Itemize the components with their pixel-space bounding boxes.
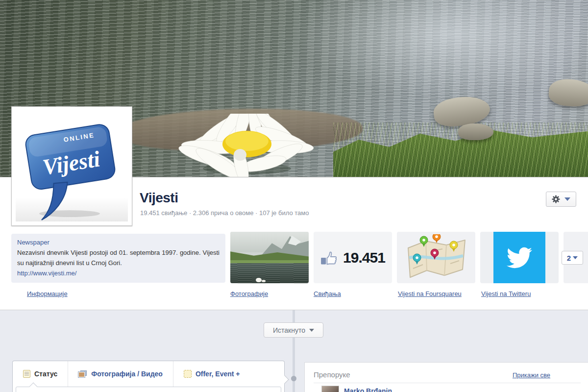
chevron-down-icon xyxy=(573,256,578,259)
tab-status-label: Статус xyxy=(34,370,57,378)
rock xyxy=(458,123,493,140)
photo-stack-icon xyxy=(78,370,87,378)
tab-photo-video[interactable]: Фотографија / Видео xyxy=(68,367,173,381)
avatar xyxy=(321,386,339,392)
tab-photo-label: Фотографија / Видео xyxy=(91,370,163,378)
likes-count: 19.451 xyxy=(343,249,385,266)
thumb-lake xyxy=(230,263,309,283)
status-input[interactable] xyxy=(16,387,281,392)
show-all-link[interactable]: Прикажи све xyxy=(513,371,550,379)
daisy-flower xyxy=(172,114,319,177)
tab-status[interactable]: Статус xyxy=(13,367,68,381)
foursquare-app-box[interactable] xyxy=(397,232,475,283)
gear-icon xyxy=(552,195,560,203)
foursquare-map-icon xyxy=(403,234,469,281)
about-description: Nezavisni dnevnik Vijesti postoji od 01.… xyxy=(17,247,220,268)
divider xyxy=(314,383,581,383)
tab-offer-label: Offer, Event + xyxy=(196,370,240,378)
likes-app-label[interactable]: Свиђања xyxy=(314,290,341,297)
category-link[interactable]: Newspaper xyxy=(17,239,49,246)
twitter-app-label[interactable]: Vijesti na Twitteru xyxy=(481,290,531,297)
recommendations-title: Препоруке xyxy=(314,370,350,379)
foursquare-app-label[interactable]: Vijesti na Foursquareu xyxy=(398,290,462,297)
recommendation-user-name[interactable]: Marko Brđanin xyxy=(344,386,392,392)
website-link[interactable]: http://www.vijesti.me/ xyxy=(17,270,76,277)
recommendation-item[interactable]: Marko Brđanin xyxy=(321,386,392,392)
twitter-app-box[interactable] xyxy=(480,232,559,283)
vijesti-logo: ONLINE Vijesti xyxy=(16,111,128,221)
photos-app-box[interactable] xyxy=(230,232,309,283)
facebook-page: ONLINE Vijesti Vijesti 19.451 свиђање · … xyxy=(0,0,588,392)
photos-app-label[interactable]: Фотографије xyxy=(230,290,268,297)
recommendations-box: Препоруке Прикажи све Marko Brđanin xyxy=(304,362,588,392)
tab-offer-event[interactable]: Offer, Event + xyxy=(173,367,250,381)
page-stats[interactable]: 19.451 свиђање · 2.306 прича о овоме · 1… xyxy=(140,209,309,217)
likes-app-box[interactable]: 19.451 xyxy=(314,232,392,283)
highlights-label: Истакнуто xyxy=(273,326,305,334)
thumb-flower xyxy=(256,278,262,282)
timeline-section: Истакнуто Статус Фотографија / Видео Off… xyxy=(0,310,588,392)
profile-picture[interactable]: ONLINE Vijesti xyxy=(11,106,132,226)
page-title: Vijesti xyxy=(140,190,178,206)
about-box: Newspaper Nezavisni dnevnik Vijesti post… xyxy=(11,234,225,283)
twitter-bird-icon xyxy=(504,245,535,270)
status-note-icon xyxy=(23,370,30,378)
info-link[interactable]: Информације xyxy=(27,290,68,297)
post-composer: Статус Фотографија / Видео Offer, Event … xyxy=(12,361,285,392)
apps-more-count: 2 xyxy=(567,254,571,262)
highlights-dropdown[interactable]: Истакнуто xyxy=(264,322,323,338)
timeline-dot xyxy=(291,376,296,381)
offer-event-icon xyxy=(184,370,192,378)
thumbs-up-icon xyxy=(320,249,339,267)
chevron-down-icon xyxy=(564,197,570,201)
settings-button[interactable] xyxy=(546,192,576,207)
apps-more-toggle[interactable]: 2 xyxy=(562,251,583,265)
chevron-down-icon xyxy=(309,329,314,332)
